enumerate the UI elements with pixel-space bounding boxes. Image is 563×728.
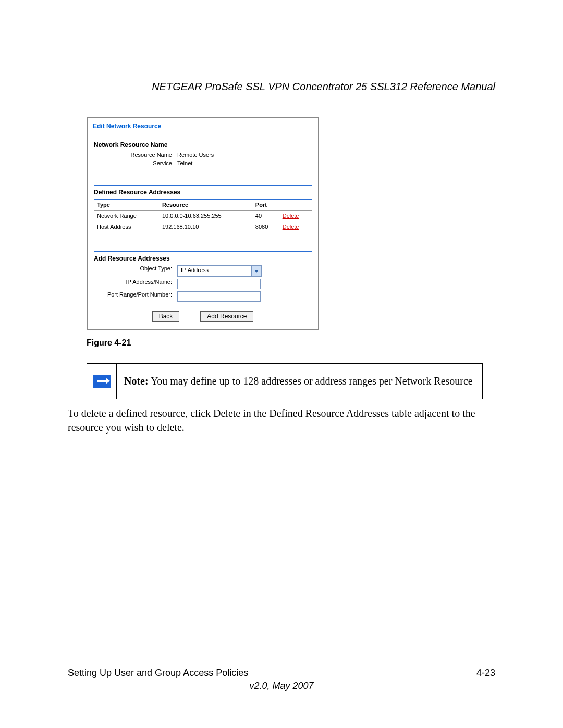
delete-link[interactable]: Delete [283,224,299,230]
section-defined-addresses: Defined Resource Addresses [94,189,312,196]
col-type: Type [94,200,159,211]
col-resource: Resource [159,200,252,211]
body-paragraph: To delete a defined resource, click Dele… [68,406,495,435]
note-body: You may define up to 128 addresses or ad… [149,375,473,387]
row-port-range: Port Range/Port Number: [94,291,312,302]
table-row: Network Range 10.0.0.0-10.63.255.255 40 … [94,211,312,221]
note-icon-cell [87,364,117,399]
section-add-addresses: Add Resource Addresses [94,255,312,262]
label-object-type: Object Type: [94,265,177,277]
figure-caption: Figure 4-21 [87,338,495,348]
label-resource-name: Resource Name [94,152,177,158]
note-box: Note: You may define up to 128 addresses… [87,363,483,399]
row-ip-address: IP Address/Name: [94,279,312,289]
cell-resource: 10.0.0.0-10.63.255.255 [159,211,252,221]
label-port-range: Port Range/Port Number: [94,291,177,302]
row-resource-name: Resource Name Remote Users [94,152,312,158]
cell-port: 40 [252,211,279,221]
panel-title: Edit Network Resource [88,118,318,130]
screenshot-container: Edit Network Resource Network Resource N… [87,117,495,330]
section-divider-1 [94,185,312,186]
port-range-input[interactable] [177,291,261,302]
delete-link[interactable]: Delete [283,213,299,219]
label-service: Service [94,160,177,166]
edit-network-resource-panel: Edit Network Resource Network Resource N… [87,117,319,330]
cell-resource: 192.168.10.10 [159,221,252,232]
back-button[interactable]: Back [152,311,180,322]
cell-type: Host Address [94,221,159,232]
footer-page-number: 4-23 [476,668,495,678]
label-ip-address: IP Address/Name: [94,279,177,289]
button-row: Back Add Resource [94,311,312,322]
col-port: Port [252,200,279,211]
table-row: Host Address 192.168.10.10 8080 Delete [94,221,312,232]
footer-section-title: Setting Up User and Group Access Policie… [68,668,248,678]
defined-addresses-table: Type Resource Port Network Range 10.0.0.… [94,199,312,232]
cell-type: Network Range [94,211,159,221]
add-resource-button[interactable]: Add Resource [200,311,253,322]
document-page: NETGEAR ProSafe SSL VPN Concentrator 25 … [0,0,563,728]
row-object-type: Object Type: IP Address [94,265,312,277]
value-resource-name: Remote Users [177,152,312,158]
note-text: Note: You may define up to 128 addresses… [117,364,480,399]
page-footer: Setting Up User and Group Access Policie… [68,664,495,692]
section-divider-2 [94,251,312,252]
footer-version: v2.0, May 2007 [68,681,495,692]
note-label: Note: [124,375,149,387]
row-service: Service Telnet [94,160,312,166]
footer-rule [68,664,495,664]
value-service: Telnet [177,160,312,166]
arrow-right-icon [93,375,111,388]
object-type-select[interactable]: IP Address [177,265,262,277]
section-network-resource-name: Network Resource Name [94,141,312,149]
ip-address-input[interactable] [177,279,261,289]
page-header-title: NETGEAR ProSafe SSL VPN Concentrator 25 … [68,81,495,93]
chevron-down-icon[interactable] [251,266,261,276]
object-type-value: IP Address [178,266,251,276]
cell-port: 8080 [252,221,279,232]
header-rule [68,96,495,96]
col-action [279,200,312,211]
